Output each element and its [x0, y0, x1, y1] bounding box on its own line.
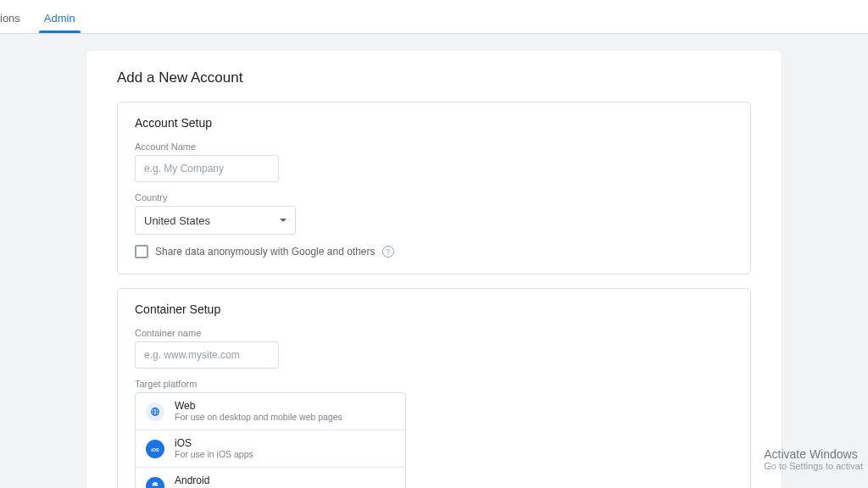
container-name-field: Container name [135, 328, 733, 369]
svg-point-1 [153, 484, 154, 485]
web-icon [146, 402, 164, 421]
share-data-label: Share data anonymously with Google and o… [155, 246, 376, 258]
country-field: Country United States [135, 192, 733, 235]
platform-name: Web [175, 400, 342, 412]
container-name-label: Container name [135, 328, 733, 338]
platform-desc: For use in iOS apps [175, 449, 253, 460]
top-tabs: ions Admin [0, 0, 868, 34]
tab-admin-label: Admin [44, 12, 75, 25]
page-title: Add a New Account [117, 69, 751, 86]
page-card: Add a New Account Account Setup Account … [86, 51, 782, 488]
svg-text:iOS: iOS [151, 446, 159, 452]
share-data-checkbox[interactable] [135, 245, 148, 258]
platform-android[interactable]: Android For use in Android apps [136, 468, 405, 488]
country-select[interactable]: United States [135, 206, 296, 235]
tab-previous[interactable]: ions [0, 12, 32, 33]
account-name-field: Account Name [135, 141, 733, 182]
platform-name: iOS [175, 437, 253, 449]
container-setup-section: Container Setup Container name Target pl… [117, 288, 751, 488]
share-data-row: Share data anonymously with Google and o… [135, 245, 733, 258]
platform-ios[interactable]: iOS iOS For use in iOS apps [136, 430, 405, 468]
ios-icon: iOS [146, 440, 164, 458]
svg-point-2 [156, 484, 157, 485]
target-platform-label: Target platform [135, 379, 733, 389]
account-setup-section: Account Setup Account Name Country Unite… [117, 102, 751, 274]
tab-admin[interactable]: Admin [32, 12, 87, 33]
android-icon [146, 477, 164, 489]
platform-desc: For use on desktop and mobile web pages [175, 412, 342, 423]
account-name-label: Account Name [135, 141, 733, 152]
platform-list: Web For use on desktop and mobile web pa… [135, 392, 406, 488]
platform-name: Android [175, 474, 269, 486]
country-label: Country [135, 192, 733, 202]
container-name-input[interactable] [135, 341, 279, 369]
container-setup-title: Container Setup [135, 302, 733, 316]
platform-web[interactable]: Web For use on desktop and mobile web pa… [136, 393, 405, 430]
country-value: United States [144, 214, 210, 227]
account-setup-title: Account Setup [135, 116, 733, 130]
chevron-down-icon [280, 219, 287, 222]
tab-previous-label: ions [0, 12, 20, 25]
account-name-input[interactable] [135, 155, 279, 182]
help-icon[interactable]: ? [382, 246, 394, 258]
